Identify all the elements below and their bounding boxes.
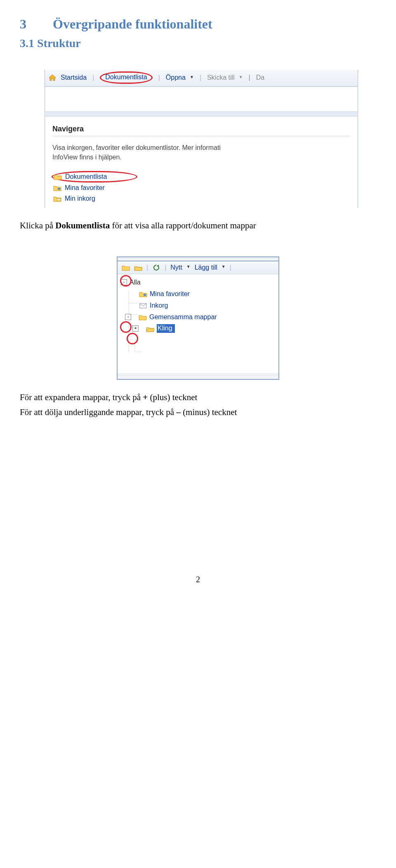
paragraph-collapse: För att dölja underliggande mappar, tryc… xyxy=(20,406,376,418)
screenshot-folder-tree: | | Nytt ▼ Lägg till ▼ | - Alla Mina fav… xyxy=(117,256,279,380)
envelope-icon xyxy=(139,302,147,309)
tree-node-favorites[interactable]: Mina favoriter xyxy=(121,288,275,300)
dropdown-arrow-icon[interactable]: ▼ xyxy=(186,264,191,269)
paragraph-expand: För att expandera mappar, tryck på + (pl… xyxy=(20,391,376,403)
tree-node-shared[interactable]: - Gemensamma mappar xyxy=(121,311,275,323)
tree-label: Alla xyxy=(130,279,141,286)
section-title: Övergripande funktionalitet xyxy=(53,17,212,31)
panel-description: Visa inkorgen, favoriter eller dokumentl… xyxy=(52,136,350,170)
subsection-number: 3.1 xyxy=(20,37,34,50)
toolbar-separator: | xyxy=(247,74,252,81)
tree-label: Mina favoriter xyxy=(150,290,190,298)
tree-node-kling[interactable]: + Kling xyxy=(121,323,275,334)
toolbar-separator: | xyxy=(198,74,203,81)
toolbar-doclist-highlight[interactable]: Dokumentlista xyxy=(100,71,152,84)
folder-icon xyxy=(139,313,147,321)
tree-toolbar-add[interactable]: Lägg till xyxy=(195,264,217,271)
toolbar-open[interactable]: Öppna xyxy=(166,74,186,81)
collapse-icon[interactable]: - xyxy=(125,314,131,320)
inbox-folder-icon xyxy=(53,195,61,202)
open-folder-icon[interactable] xyxy=(134,264,142,271)
panel-title: Navigera xyxy=(52,121,350,136)
open-folder-icon xyxy=(146,325,154,332)
nav-item-doclist-highlight[interactable]: Dokumentlista xyxy=(52,171,137,183)
svg-marker-0 xyxy=(49,75,56,81)
subsection-title: Struktur xyxy=(37,37,81,50)
tree-node-all[interactable]: - Alla xyxy=(121,277,275,288)
navigate-panel: Navigera Visa inkorgen, favoriter eller … xyxy=(45,121,358,208)
folder-tree: - Alla Mina favoriter Inkorg - Gemensamm… xyxy=(118,274,278,379)
refresh-icon[interactable] xyxy=(152,264,160,271)
toolbar-separator: | xyxy=(157,74,162,81)
toolbar-separator: | xyxy=(165,264,166,271)
dropdown-arrow-icon[interactable]: ▼ xyxy=(190,75,194,79)
screenshot-toolbar-panel: Startsida | Dokumentlista | Öppna ▼ | Sk… xyxy=(45,70,358,208)
toolbar-home[interactable]: Startsida xyxy=(61,74,87,81)
nav-item-label: Dokumentlista xyxy=(65,173,107,180)
section-number: 3 xyxy=(20,17,53,32)
nav-item-favorites[interactable]: Mina favoriter xyxy=(53,183,350,193)
toolbar-separator: | xyxy=(91,74,96,81)
tree-label: Inkorg xyxy=(150,302,168,309)
favorites-folder-icon xyxy=(139,290,147,298)
section-heading: 3Övergripande funktionalitet xyxy=(20,17,376,32)
expand-icon[interactable]: + xyxy=(132,325,139,332)
page-number: 2 xyxy=(20,575,376,584)
new-folder-icon[interactable] xyxy=(122,264,130,271)
toolbar-sendto: Skicka till xyxy=(207,74,235,81)
collapse-icon[interactable]: - xyxy=(121,279,127,285)
nav-item-label: Min inkorg xyxy=(65,195,95,202)
dropdown-arrow-icon[interactable]: ▼ xyxy=(222,264,226,269)
tree-node-inbox[interactable]: Inkorg xyxy=(121,300,275,311)
plus-highlight-ring xyxy=(127,333,138,344)
paragraph-click-doclist: Klicka på Dokumentlista för att visa all… xyxy=(20,220,376,231)
toolbar-separator: | xyxy=(146,264,148,271)
tree-toolbar-new[interactable]: Nytt xyxy=(170,264,182,271)
tree-label: Gemensamma mappar xyxy=(149,313,217,321)
tree-label-selected: Kling xyxy=(157,324,175,333)
tree-toolbar: | | Nytt ▼ Lägg till ▼ | xyxy=(118,261,278,274)
app-toolbar: Startsida | Dokumentlista | Öppna ▼ | Sk… xyxy=(45,70,358,87)
resize-grip[interactable] xyxy=(118,374,278,379)
subsection-heading: 3.1 Struktur xyxy=(20,37,376,50)
svg-marker-3 xyxy=(157,265,159,267)
nav-item-label: Mina favoriter xyxy=(65,184,105,192)
toolbar-separator: | xyxy=(230,264,231,271)
home-icon xyxy=(48,74,57,81)
dropdown-arrow-icon: ▼ xyxy=(239,75,243,79)
favorites-folder-icon xyxy=(53,184,61,192)
nav-link-list: Dokumentlista Mina favoriter Min inkorg xyxy=(52,170,350,204)
folder-icon xyxy=(54,173,62,180)
nav-item-inbox[interactable]: Min inkorg xyxy=(53,193,350,204)
toolbar-trailing: Da xyxy=(256,74,264,81)
